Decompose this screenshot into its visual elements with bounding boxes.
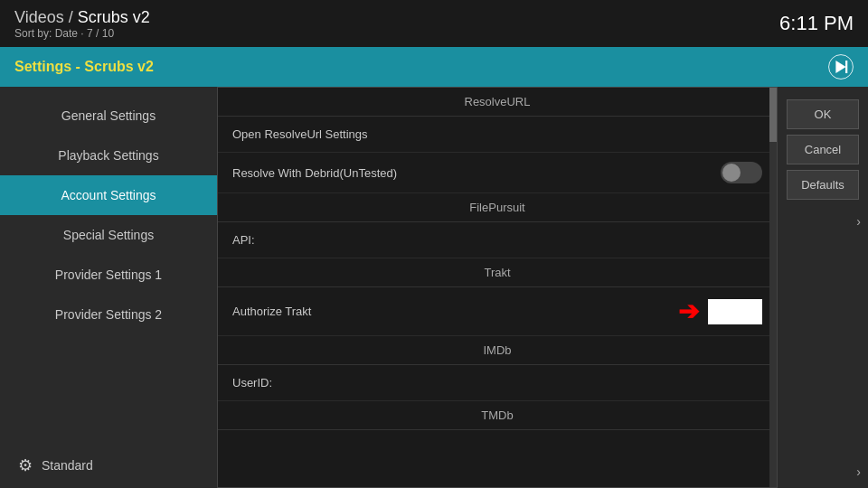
sidebar-item-account[interactable]: Account Settings — [0, 175, 217, 215]
right-panel: OK Cancel Defaults › › — [778, 87, 868, 488]
sidebar-standard: ⚙ Standard — [0, 443, 217, 488]
breadcrumb-area: Videos / Scrubs v2 Sort by: Date · 7 / 1… — [14, 8, 150, 40]
authorize-trakt-button[interactable] — [708, 299, 762, 324]
breadcrumb: Videos / Scrubs v2 — [14, 8, 150, 27]
section-tmdb: TMDb — [218, 401, 777, 430]
defaults-button[interactable]: Defaults — [787, 170, 859, 200]
sort-info: Sort by: Date · 7 / 10 — [14, 27, 150, 40]
standard-label: Standard — [42, 458, 93, 473]
row-userid[interactable]: UserID: — [218, 365, 777, 401]
section-imdb: IMDb — [218, 336, 777, 365]
sidebar-item-playback[interactable]: Playback Settings — [0, 136, 217, 175]
sidebar-item-general[interactable]: General Settings — [0, 96, 217, 136]
gear-icon: ⚙ — [18, 455, 33, 475]
settings-header: Settings - Scrubs v2 — [0, 47, 868, 87]
sidebar: General Settings Playback Settings Accou… — [0, 87, 217, 488]
cancel-button[interactable]: Cancel — [787, 135, 859, 164]
settings-table: ResolveURL Open ResolveUrl Settings Reso… — [218, 88, 777, 487]
sidebar-item-special[interactable]: Special Settings — [0, 215, 217, 255]
ok-button[interactable]: OK — [787, 99, 859, 129]
section-trakt: Trakt — [218, 258, 777, 287]
clock: 6:11 PM — [779, 12, 854, 35]
section-resolveurl: ResolveURL — [218, 88, 777, 117]
scrollbar-thumb[interactable] — [769, 88, 777, 142]
settings-title-prefix: Settings - — [14, 59, 84, 74]
breadcrumb-prefix: Videos / — [14, 8, 78, 26]
top-bar: Videos / Scrubs v2 Sort by: Date · 7 / 1… — [0, 0, 868, 47]
row-authorize-trakt[interactable]: Authorize Trakt ➔ — [218, 287, 777, 336]
scroll-down-icon[interactable]: › — [856, 465, 861, 479]
settings-title: Settings - Scrubs v2 — [14, 59, 154, 75]
toggle-switch-debrid[interactable] — [721, 162, 762, 183]
row-resolve-debrid[interactable]: Resolve With Debrid(UnTested) — [218, 153, 777, 193]
authorize-trakt-value: ➔ — [678, 296, 762, 326]
breadcrumb-highlight: Scrubs v2 — [78, 8, 150, 26]
svg-rect-2 — [845, 61, 847, 73]
row-api[interactable]: API: — [218, 222, 777, 258]
scroll-up-icon[interactable]: › — [856, 214, 861, 229]
sidebar-item-provider1[interactable]: Provider Settings 1 — [0, 255, 217, 295]
content-panel: ResolveURL Open ResolveUrl Settings Reso… — [217, 87, 778, 488]
kodi-icon — [828, 54, 854, 80]
sidebar-item-provider2[interactable]: Provider Settings 2 — [0, 295, 217, 334]
section-filepursuit: FilePursuit — [218, 193, 777, 222]
scrollbar-track — [769, 88, 777, 487]
settings-title-highlight: Scrubs v2 — [84, 59, 153, 74]
red-arrow-icon: ➔ — [678, 296, 699, 326]
toggle-resolve-debrid[interactable] — [721, 162, 762, 183]
row-open-resolveurl[interactable]: Open ResolveUrl Settings — [218, 117, 777, 153]
main-area: General Settings Playback Settings Accou… — [0, 87, 868, 488]
